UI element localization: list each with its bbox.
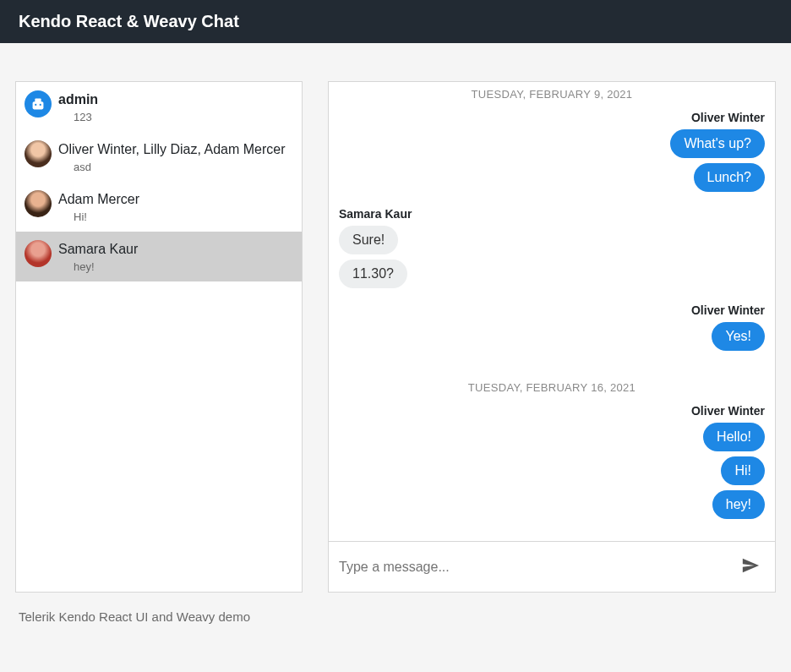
date-separator: TUESDAY, FEBRUARY 16, 2021	[339, 366, 765, 404]
date-separator: TUESDAY, FEBRUARY 9, 2021	[339, 82, 765, 111]
app-title: Kendo React & Weavy Chat	[19, 12, 772, 31]
message-input[interactable]	[339, 560, 736, 575]
chat-panel: TUESDAY, FEBRUARY 9, 2021Oliver WinterWh…	[328, 81, 776, 593]
message-group: Oliver WinterYes!	[339, 303, 765, 356]
message-bubble: What's up?	[670, 129, 765, 158]
send-button[interactable]	[736, 551, 765, 582]
conversation-name: Adam Mercer	[58, 192, 139, 207]
app-header: Kendo React & Weavy Chat	[0, 0, 791, 43]
message-sender: Samara Kaur	[339, 207, 765, 221]
avatar	[25, 240, 52, 267]
conversation-preview: hey!	[74, 260, 138, 273]
message-bubble: Yes!	[712, 322, 765, 351]
avatar	[25, 140, 52, 167]
chat-scroll-area[interactable]: TUESDAY, FEBRUARY 9, 2021Oliver WinterWh…	[329, 82, 775, 541]
message-sender: Oliver Winter	[339, 111, 765, 124]
conversation-body: admin123	[58, 90, 98, 123]
message-bubble: Lunch?	[694, 163, 766, 192]
conversation-body: Oliver Winter, Lilly Diaz, Adam Merceras…	[58, 140, 286, 173]
conversation-item[interactable]: Oliver Winter, Lilly Diaz, Adam Merceras…	[16, 132, 302, 182]
footer-text: Telerik Kendo React UI and Weavy demo	[19, 609, 250, 624]
svg-rect-0	[33, 101, 44, 109]
conversation-item[interactable]: Samara Kaurhey!	[16, 232, 302, 281]
conversation-preview: 123	[74, 111, 98, 123]
message-bubble: Hi!	[721, 456, 765, 485]
send-icon	[741, 565, 760, 577]
conversation-preview: asd	[74, 161, 286, 173]
conversation-item[interactable]: Adam MercerHi!	[16, 182, 302, 232]
conversation-list: admin123Oliver Winter, Lilly Diaz, Adam …	[15, 81, 303, 593]
message-bubble: hey!	[712, 490, 765, 519]
svg-point-3	[40, 104, 41, 106]
message-group: Samara KaurSure!11.30?	[339, 207, 765, 293]
conversation-body: Samara Kaurhey!	[58, 240, 138, 273]
message-bubble: Sure!	[339, 226, 398, 254]
message-group: Oliver WinterHello!Hi!hey!	[339, 404, 765, 524]
main-layout: admin123Oliver Winter, Lilly Diaz, Adam …	[0, 43, 791, 593]
message-bubble: Hello!	[703, 423, 765, 451]
message-sender: Oliver Winter	[339, 303, 765, 317]
conversation-item[interactable]: admin123	[16, 82, 302, 132]
message-group: Oliver WinterWhat's up?Lunch?	[339, 111, 765, 197]
message-bubble: 11.30?	[339, 260, 407, 288]
message-sender: Oliver Winter	[339, 404, 765, 418]
footer: Telerik Kendo React UI and Weavy demo	[0, 593, 791, 641]
conversation-name: Oliver Winter, Lilly Diaz, Adam Mercer	[58, 142, 286, 157]
conversation-body: Adam MercerHi!	[58, 190, 139, 223]
message-composer	[329, 541, 775, 592]
avatar	[25, 190, 52, 217]
svg-point-2	[35, 104, 36, 106]
avatar	[25, 90, 52, 117]
svg-rect-1	[35, 99, 41, 103]
conversation-name: Samara Kaur	[58, 242, 138, 257]
conversation-preview: Hi!	[74, 210, 139, 223]
conversation-name: admin	[58, 92, 98, 107]
